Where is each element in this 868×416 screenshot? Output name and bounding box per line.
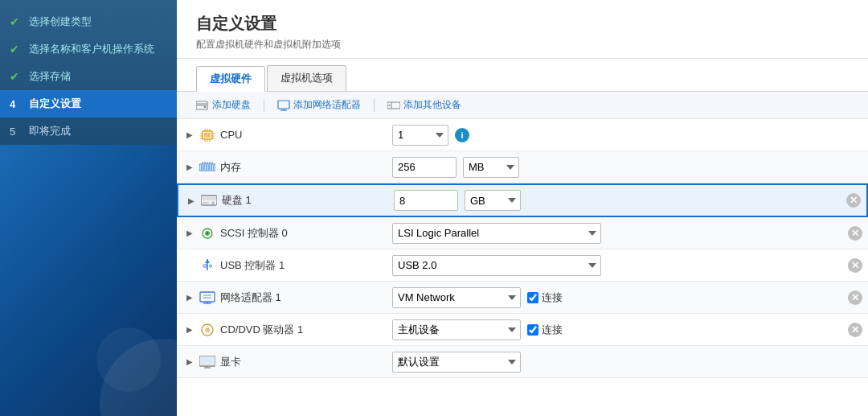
cpu-label: CPU [220, 129, 242, 141]
table-row: ▶ SCSI 控制器 0 LSI Logic Parallel LSI Logi… [177, 217, 868, 249]
scsi-label: SCSI 控制器 0 [220, 226, 288, 241]
net-delete-col[interactable]: ✕ [842, 287, 868, 308]
dvd-type-select[interactable]: 主机设备数据存储ISO文件无 [392, 319, 521, 340]
hardware-toolbar: 添加硬盘 添加网络适配器 添加其他设备 [177, 92, 868, 119]
svg-rect-3 [278, 101, 289, 109]
ram-delete-col [842, 164, 868, 171]
step-num-4: 4 [10, 98, 23, 110]
display-label: 显卡 [220, 355, 241, 369]
sidebar-item-label-2: 选择名称和客户机操作系统 [29, 42, 154, 56]
expand-arrow-net[interactable]: ▶ [186, 293, 194, 302]
expand-arrow-ram[interactable]: ▶ [186, 163, 194, 171]
add-network-button[interactable]: 添加网络适配器 [277, 98, 361, 112]
expand-arrow-hdd[interactable]: ▶ [188, 196, 196, 205]
display-row-name: ▶ 显卡 [177, 350, 386, 374]
scsi-row-name: ▶ SCSI 控制器 0 [177, 221, 386, 245]
sidebar-item-label-3: 选择存储 [29, 69, 71, 84]
add-hdd-button[interactable]: 添加硬盘 [196, 98, 251, 112]
net-row-name: ▶ 网络适配器 1 [177, 286, 386, 310]
toolbar-sep-2 [374, 99, 375, 112]
hdd-delete-button[interactable]: ✕ [846, 193, 861, 208]
page-title: 自定义设置 [196, 13, 849, 35]
dvd-value-col: 主机设备数据存储ISO文件无 连接 [386, 315, 842, 345]
table-row: ▶ 显卡 默认设置 [177, 346, 868, 378]
net-connect-label: 连接 [527, 290, 563, 305]
hdd-value-col: GBTB [387, 185, 841, 216]
net-connect-checkbox[interactable] [527, 292, 538, 303]
cpu-icon [199, 129, 215, 142]
dvd-connect-text: 连接 [542, 323, 563, 337]
net-add-icon [277, 99, 290, 112]
cpu-info-icon[interactable]: i [455, 128, 469, 142]
usb-delete-button[interactable]: ✕ [848, 258, 862, 273]
sidebar-item-step5[interactable]: 5 即将完成 [0, 117, 177, 145]
tab-vm-options[interactable]: 虚拟机选项 [267, 65, 346, 91]
net-value-col: VM NetworkNATHost-only 连接 [386, 282, 842, 313]
svg-rect-26 [203, 165, 205, 170]
scsi-value-col: LSI Logic Parallel LSI Logic SAS VMware … [386, 218, 842, 249]
hardware-table: ▶ CPU 1248 i ▶ 内存 [177, 119, 868, 416]
table-row: ▶ CD/DVD 驱动器 1 主机设备数据存储ISO文件无 连接 ✕ [177, 314, 868, 346]
tab-bar: 虚拟硬件 虚拟机选项 [177, 59, 868, 92]
hdd-size-input[interactable] [394, 190, 458, 211]
net-icon [199, 291, 215, 304]
step-num-5: 5 [10, 126, 23, 138]
expand-arrow-dvd[interactable]: ▶ [186, 325, 194, 334]
check-icon-2: ✔ [10, 43, 23, 56]
add-other-label: 添加其他设备 [403, 98, 461, 112]
sidebar-decoration [0, 145, 177, 416]
scsi-delete-button[interactable]: ✕ [848, 226, 862, 241]
svg-rect-29 [211, 165, 212, 170]
svg-rect-37 [202, 197, 216, 200]
add-hdd-label: 添加硬盘 [212, 98, 251, 112]
add-other-button[interactable]: 添加其他设备 [387, 98, 461, 112]
expand-arrow-scsi[interactable]: ▶ [186, 229, 194, 237]
dvd-connect-checkbox[interactable] [527, 324, 538, 336]
dvd-icon [199, 323, 215, 336]
sidebar-item-step1[interactable]: ✔ 选择创建类型 [0, 8, 177, 35]
table-row: ▶ 内存 MBGB [177, 151, 868, 183]
usb-type-select[interactable]: USB 2.0USB 3.0USB 3.1 [392, 255, 601, 276]
ram-unit-select[interactable]: MBGB [463, 157, 519, 178]
net-delete-button[interactable]: ✕ [848, 290, 862, 305]
main-header: 自定义设置 配置虚拟机硬件和虚拟机附加选项 [177, 0, 868, 59]
expand-arrow-cpu[interactable]: ▶ [186, 130, 194, 139]
net-label: 网络适配器 1 [220, 290, 281, 305]
svg-point-2 [204, 105, 206, 107]
dvd-connect-label: 连接 [527, 323, 563, 337]
usb-value-col: USB 2.0USB 3.0USB 3.1 [386, 250, 842, 281]
usb-delete-col[interactable]: ✕ [842, 255, 868, 276]
dvd-delete-button[interactable]: ✕ [848, 323, 862, 337]
table-row: ▶ 硬盘 1 GBTB ✕ [177, 183, 868, 217]
cpu-value-col: 1248 i [386, 120, 842, 150]
usb-icon [199, 259, 215, 272]
ram-row-name: ▶ 内存 [177, 155, 386, 179]
display-type-select[interactable]: 默认设置 [392, 352, 521, 373]
table-row: ▶ 网络适配器 1 VM NetworkNATHost-only 连接 ✕ [177, 282, 868, 314]
svg-point-38 [212, 202, 215, 204]
hdd-delete-col[interactable]: ✕ [841, 190, 866, 211]
sidebar-item-step3[interactable]: ✔ 选择存储 [0, 63, 177, 90]
table-row: ▶ USB 控制器 1 USB 2.0USB 3.0USB 3.1 ✕ [177, 249, 868, 282]
net-type-select[interactable]: VM NetworkNATHost-only [392, 287, 521, 308]
sidebar-item-step4[interactable]: 4 自定义设置 [0, 90, 177, 117]
hdd-unit-select[interactable]: GBTB [465, 190, 521, 211]
hdd-add-icon [196, 99, 209, 112]
scsi-icon [199, 227, 215, 240]
other-add-icon [387, 99, 400, 112]
svg-rect-25 [201, 165, 203, 170]
cpu-count-select[interactable]: 1248 [392, 125, 448, 146]
ram-value-input[interactable] [392, 157, 457, 178]
sidebar-item-step2[interactable]: ✔ 选择名称和客户机操作系统 [0, 35, 177, 63]
svg-point-45 [210, 265, 212, 267]
svg-rect-30 [213, 165, 214, 170]
ram-value-col: MBGB [386, 152, 842, 183]
dvd-delete-col[interactable]: ✕ [842, 319, 868, 340]
net-connect-text: 连接 [542, 290, 563, 305]
expand-arrow-display[interactable]: ▶ [186, 357, 194, 366]
sidebar-item-label-5: 即将完成 [29, 124, 71, 138]
scsi-delete-col[interactable]: ✕ [842, 223, 868, 244]
svg-point-42 [207, 232, 209, 234]
scsi-type-select[interactable]: LSI Logic Parallel LSI Logic SAS VMware … [392, 223, 601, 244]
tab-virtual-hardware[interactable]: 虚拟硬件 [196, 66, 265, 92]
